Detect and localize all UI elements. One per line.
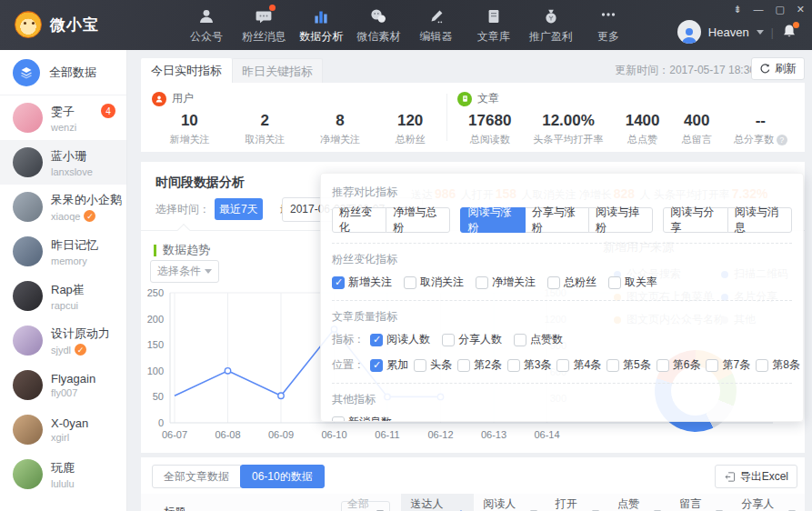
checkbox-position-headline[interactable]: 头条	[414, 357, 452, 373]
avatar	[13, 415, 43, 445]
nav-item-editor[interactable]: 编辑器	[410, 6, 463, 45]
account-id: rapcui	[51, 300, 85, 311]
avatar	[13, 326, 43, 356]
svg-text:06-10: 06-10	[321, 429, 346, 440]
app-title: 微小宝	[50, 15, 99, 35]
nav-item-wechat-material[interactable]: 微信素材	[352, 6, 405, 45]
compare-fan-change-button[interactable]: 粉丝变化	[332, 207, 386, 233]
app-logo: 微小宝	[15, 11, 99, 38]
close-icon[interactable]: ✕	[797, 5, 805, 15]
sidebar-account-sjydl[interactable]: 设计原动力 sjydl✓	[0, 318, 126, 363]
column-shares[interactable]: 分享人数	[732, 494, 805, 511]
checkbox-position-2[interactable]: 第2条	[457, 357, 502, 373]
avatar	[13, 459, 43, 489]
checkbox-position-6[interactable]: 第6条	[657, 357, 701, 373]
nav-label: 公众号	[190, 29, 223, 45]
compare-net-vs-total-button[interactable]: 净增与总粉	[386, 207, 450, 233]
compare-share-vs-growth-button[interactable]: 分享与涨粉	[525, 207, 589, 233]
nav-item-more[interactable]: 更多	[582, 6, 635, 45]
stat-total-comments: 400 总留言	[682, 112, 712, 146]
compare-read-vs-growth-button[interactable]: 阅读与涨粉	[460, 207, 525, 233]
sidebar-item-all-data[interactable]: 全部数据	[0, 50, 126, 95]
compare-read-vs-share-button[interactable]: 阅读与分享	[663, 207, 727, 233]
checkbox-position-7[interactable]: 第7条	[706, 357, 750, 373]
svg-text:200: 200	[147, 314, 164, 325]
article-position-options: 位置： 累加 头条 第2条 第3条 第4条 第5条 第6条 第7条 第8条	[332, 357, 792, 373]
all-articles-tab[interactable]: 全部文章数据	[152, 465, 241, 488]
chevron-down-icon	[205, 269, 212, 274]
maximize-icon[interactable]: ▢	[775, 5, 784, 15]
refresh-icon	[759, 63, 771, 75]
refresh-button[interactable]: 刷新	[751, 57, 805, 80]
sidebar-account-lanxslove[interactable]: 蓝小珊 lanxslove	[0, 140, 126, 185]
sidebar-account-xiaoqe[interactable]: 呆呆的小企鹅 xiaoqe✓	[0, 185, 126, 229]
svg-text:06-08: 06-08	[215, 429, 240, 440]
checkbox-share-count[interactable]: 分享人数	[442, 332, 502, 347]
column-delivered[interactable]: 送达人数	[401, 494, 474, 511]
export-excel-button[interactable]: 导出Excel	[715, 465, 797, 488]
sidebar-account-fly007[interactable]: Flyagain fly007	[0, 363, 126, 407]
nav-item-promotion[interactable]: 推广盈利	[525, 6, 577, 45]
section-accent-bar	[154, 245, 156, 256]
tab-today-realtime[interactable]: 今日实时指标	[141, 58, 232, 84]
pen-icon	[426, 6, 446, 26]
help-icon[interactable]: ?	[777, 135, 787, 145]
pin-collapse-icon[interactable]: ⇟	[733, 5, 741, 15]
sidebar-account-xgirl[interactable]: X-0yan xgirl	[0, 407, 126, 452]
divider: |	[771, 25, 774, 39]
column-comments[interactable]: 留言数	[670, 494, 732, 511]
avatar	[13, 103, 43, 133]
sidebar-account-memory[interactable]: 昨日记忆 memory	[0, 229, 126, 274]
checkbox-position-4[interactable]: 第4条	[556, 357, 601, 373]
column-title: 标题	[164, 505, 341, 511]
all-data-label: 全部数据	[49, 65, 96, 81]
user-menu[interactable]: Heaven |	[677, 20, 799, 44]
panel-section-title: 其他指标	[332, 392, 792, 407]
dashed-divider	[332, 383, 792, 384]
sidebar-account-rapcui[interactable]: Rap崔 rapcui	[0, 274, 126, 318]
account-name: 呆呆的小企鹅	[51, 192, 122, 208]
compare-read-vs-loss-button[interactable]: 阅读与掉粉	[588, 207, 653, 233]
checkbox-unfollow-rate[interactable]: 取关率	[608, 275, 657, 290]
date-0610-tab[interactable]: 06-10的数据	[240, 465, 325, 488]
checkbox-position-8[interactable]: 第8条	[756, 357, 800, 373]
account-id: lanxslove	[51, 166, 93, 177]
nav-item-fan-messages[interactable]: 粉丝消息	[237, 6, 290, 45]
tab-yesterday-key[interactable]: 昨日关键指标	[232, 58, 323, 84]
checkbox-new-messages[interactable]: 新消息数	[332, 415, 392, 422]
position-row-label: 位置：	[332, 357, 365, 373]
sidebar-account-lululu[interactable]: 玩鹿 lululu	[0, 452, 126, 496]
other-metric-options: 新消息数	[332, 415, 792, 422]
minimize-icon[interactable]: —	[753, 5, 763, 15]
range-last7days-button[interactable]: 最近7天	[215, 198, 263, 220]
panel-section-title: 推荐对比指标	[332, 185, 792, 200]
checkbox-new-follow[interactable]: 新增关注	[332, 275, 392, 290]
nav-item-official-accounts[interactable]: 公众号	[180, 6, 233, 45]
chat-bubble-icon	[254, 6, 274, 26]
notifications-button[interactable]	[781, 23, 799, 41]
main-content: 今日实时指标 昨日关键指标 更新时间：2017-05-17 18:30 刷新 用…	[127, 50, 812, 511]
nav-label: 粉丝消息	[242, 29, 286, 45]
checkbox-net-follow[interactable]: 净增关注	[476, 275, 536, 290]
checkbox-position-5[interactable]: 第5条	[606, 357, 651, 373]
checkbox-read-count[interactable]: 阅读人数	[370, 332, 430, 347]
checkbox-position-sum[interactable]: 累加	[370, 357, 408, 373]
sidebar-account-wenzi[interactable]: 雯子 wenzi 4	[0, 95, 126, 140]
stat-total-fans: 120 总粉丝	[396, 112, 426, 146]
account-name: 昨日记忆	[51, 237, 98, 254]
metric-row-label: 指标：	[332, 332, 365, 347]
checkbox-like-count[interactable]: 点赞数	[514, 332, 563, 347]
checkbox-unfollow[interactable]: 取消关注	[404, 275, 464, 290]
condition-select[interactable]: 选择条件	[150, 260, 219, 283]
account-name: X-0yan	[51, 416, 88, 430]
account-name: 玩鹿	[51, 460, 75, 476]
checkbox-total-fans[interactable]: 总粉丝	[547, 275, 596, 290]
nav-item-data-analysis[interactable]: 数据分析	[295, 6, 347, 45]
nav-item-article-library[interactable]: 文章库	[467, 6, 520, 45]
checkbox-position-3[interactable]: 第3条	[507, 357, 552, 373]
position-filter-select[interactable]: 全部位置	[341, 501, 390, 511]
column-likes[interactable]: 点赞数	[608, 494, 670, 511]
compare-read-vs-message-button[interactable]: 阅读与消息	[727, 207, 792, 233]
column-open-rate[interactable]: 打开率	[546, 494, 608, 511]
column-readers[interactable]: 阅读人数	[474, 494, 546, 511]
